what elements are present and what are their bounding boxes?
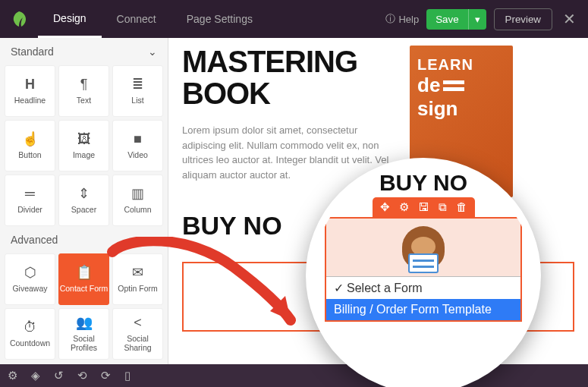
section-standard-label: Standard bbox=[11, 46, 54, 58]
close-icon[interactable]: ✕ bbox=[560, 10, 579, 28]
section-advanced-label: Advanced bbox=[11, 234, 58, 246]
tile-headline[interactable]: HHeadline bbox=[5, 65, 55, 117]
help-label: Help bbox=[398, 14, 419, 25]
tab-design[interactable]: Design bbox=[38, 0, 102, 38]
hero-img-de: de bbox=[417, 74, 440, 97]
tile-label: Divider bbox=[17, 205, 42, 214]
tile-label: Column bbox=[124, 205, 151, 214]
image-icon: 🖼 bbox=[77, 132, 91, 146]
tile-social-sharing[interactable]: <Social Sharing bbox=[112, 308, 163, 360]
tile-button[interactable]: ☝Button bbox=[5, 120, 55, 171]
history-icon[interactable]: ↺ bbox=[54, 369, 64, 382]
section-standard-header[interactable]: Standard ⌄ bbox=[0, 38, 168, 65]
save-label: Save bbox=[426, 9, 467, 30]
tile-label: Optin Form bbox=[118, 284, 158, 293]
save-block-icon[interactable]: 🖫 bbox=[418, 200, 429, 214]
giveaway-icon: ⬡ bbox=[24, 266, 36, 279]
help-icon: ⓘ bbox=[385, 12, 395, 26]
layers-icon[interactable]: ◈ bbox=[31, 369, 40, 382]
tile-label: Image bbox=[73, 150, 95, 159]
magnifier-overlay: BUY NO ✥ ⚙ 🖫 ⧉ 🗑 ✓Select a Form Billing … bbox=[306, 158, 541, 387]
tab-page-settings[interactable]: Page Settings bbox=[171, 0, 268, 38]
app-logo bbox=[0, 0, 38, 38]
tile-label: Social Profiles bbox=[59, 334, 108, 352]
social-profiles-icon: 👥 bbox=[76, 316, 93, 329]
check-icon: ✓ bbox=[334, 281, 344, 295]
nav-tabs: Design Connect Page Settings bbox=[38, 0, 268, 38]
select-option-billing[interactable]: Billing / Order Form Template bbox=[326, 299, 520, 320]
list-icon: ≣ bbox=[132, 77, 143, 91]
optin-form-icon: ✉ bbox=[132, 266, 143, 279]
tile-label: Social Sharing bbox=[113, 334, 162, 352]
move-icon[interactable]: ✥ bbox=[380, 200, 390, 214]
contact-form-icon: 📋 bbox=[76, 266, 93, 279]
tile-label: List bbox=[131, 96, 143, 105]
standard-grid: HHeadline ¶Text ≣List ☝Button 🖼Image ■Vi… bbox=[0, 65, 168, 226]
sidebar: Standard ⌄ HHeadline ¶Text ≣List ☝Button… bbox=[0, 38, 168, 364]
tile-label: Button bbox=[18, 150, 41, 159]
text-icon: ¶ bbox=[80, 77, 88, 91]
tile-label: Spacer bbox=[71, 205, 96, 214]
form-select[interactable]: ✓Select a Form Billing / Order Form Temp… bbox=[326, 276, 520, 320]
settings-icon[interactable]: ⚙ bbox=[8, 369, 17, 382]
advanced-grid: ⬡Giveaway 📋Contact Form ✉Optin Form ⏱Cou… bbox=[0, 253, 168, 360]
tab-connect[interactable]: Connect bbox=[102, 0, 171, 38]
tile-social-profiles[interactable]: 👥Social Profiles bbox=[58, 308, 109, 360]
hero-title: MASTERINGBOOK bbox=[182, 46, 395, 109]
social-sharing-icon: < bbox=[134, 316, 142, 329]
headline-icon: H bbox=[25, 77, 35, 91]
tile-image[interactable]: 🖼Image bbox=[58, 120, 109, 171]
tile-countdown[interactable]: ⏱Countdown bbox=[5, 308, 55, 360]
tile-text[interactable]: ¶Text bbox=[58, 65, 109, 117]
wpforms-mascot-icon bbox=[402, 226, 445, 269]
tile-label: Video bbox=[127, 150, 148, 159]
hero-body: Lorem ipsum dolor sit amet, consectetur … bbox=[182, 123, 395, 182]
contact-form-block[interactable]: ✓Select a Form Billing / Order Form Temp… bbox=[325, 217, 522, 322]
button-icon: ☝ bbox=[22, 132, 39, 146]
spacer-icon: ⇕ bbox=[78, 187, 90, 200]
tile-giveaway[interactable]: ⬡Giveaway bbox=[5, 253, 55, 305]
delete-icon[interactable]: 🗑 bbox=[456, 200, 467, 214]
help-link[interactable]: ⓘ Help bbox=[385, 12, 419, 26]
countdown-icon: ⏱ bbox=[24, 320, 37, 334]
undo-icon[interactable]: ⟲ bbox=[77, 369, 87, 382]
tile-label: Countdown bbox=[10, 338, 50, 348]
redo-icon[interactable]: ⟳ bbox=[101, 369, 111, 382]
tile-label: Text bbox=[77, 96, 91, 105]
tile-column[interactable]: ▥Column bbox=[112, 175, 163, 226]
save-button[interactable]: Save ▾ bbox=[426, 9, 486, 30]
bottom-bar: ⚙ ◈ ↺ ⟲ ⟳ ▯ bbox=[0, 364, 588, 387]
tile-label: Headline bbox=[14, 96, 46, 105]
video-icon: ■ bbox=[134, 132, 142, 146]
tile-video[interactable]: ■Video bbox=[112, 120, 163, 171]
tile-list[interactable]: ≣List bbox=[112, 65, 163, 117]
tile-optin-form[interactable]: ✉Optin Form bbox=[112, 253, 163, 305]
save-caret-icon[interactable]: ▾ bbox=[468, 9, 486, 30]
hero-img-learn: LEARN bbox=[417, 56, 505, 74]
tile-spacer[interactable]: ⇕Spacer bbox=[58, 175, 109, 226]
tile-contact-form[interactable]: 📋Contact Form bbox=[58, 253, 109, 305]
block-toolbar: ✥ ⚙ 🖫 ⧉ 🗑 bbox=[373, 197, 475, 217]
block-settings-icon[interactable]: ⚙ bbox=[399, 200, 409, 214]
tile-label: Contact Form bbox=[60, 284, 108, 293]
divider-icon: ═ bbox=[25, 187, 35, 200]
preview-button[interactable]: Preview bbox=[494, 8, 552, 30]
lines-icon bbox=[443, 80, 464, 91]
top-bar: Design Connect Page Settings ⓘ Help Save… bbox=[0, 0, 588, 38]
section-advanced-header[interactable]: Advanced bbox=[0, 226, 168, 253]
hero-img-sign: sign bbox=[417, 97, 505, 121]
duplicate-icon[interactable]: ⧉ bbox=[439, 200, 447, 214]
chevron-down-icon: ⌄ bbox=[148, 46, 157, 58]
mobile-preview-icon[interactable]: ▯ bbox=[124, 369, 130, 382]
tile-label: Giveaway bbox=[12, 284, 47, 293]
column-icon: ▥ bbox=[131, 187, 144, 200]
select-placeholder-option[interactable]: ✓Select a Form bbox=[326, 277, 520, 299]
mag-buy-heading: BUY NO bbox=[379, 170, 467, 196]
tile-divider[interactable]: ═Divider bbox=[5, 175, 55, 226]
